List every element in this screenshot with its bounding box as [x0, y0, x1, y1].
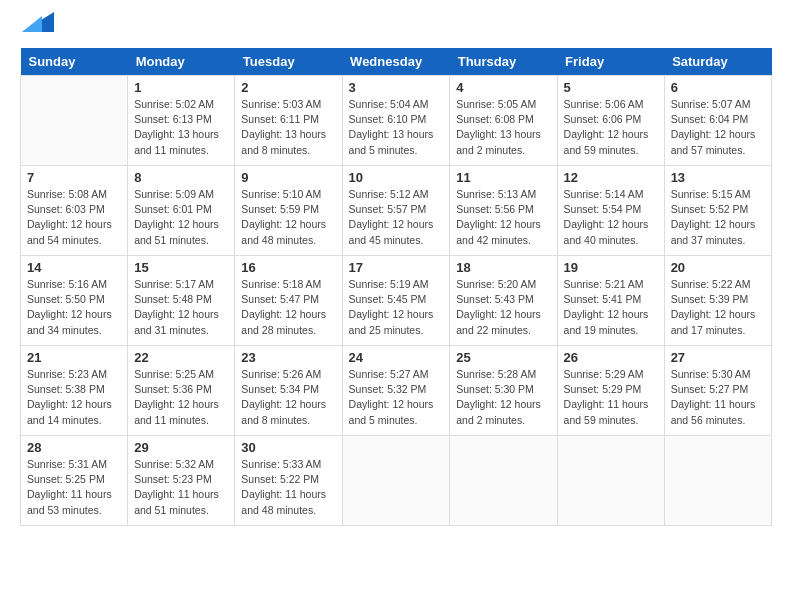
day-number: 21: [27, 350, 121, 365]
day-number: 2: [241, 80, 335, 95]
calendar-cell: 24Sunrise: 5:27 AM Sunset: 5:32 PM Dayli…: [342, 346, 450, 436]
calendar-cell: [21, 76, 128, 166]
day-of-week-header: Wednesday: [342, 48, 450, 76]
calendar-week-row: 7Sunrise: 5:08 AM Sunset: 6:03 PM Daylig…: [21, 166, 772, 256]
calendar-cell: 18Sunrise: 5:20 AM Sunset: 5:43 PM Dayli…: [450, 256, 557, 346]
day-info: Sunrise: 5:14 AM Sunset: 5:54 PM Dayligh…: [564, 187, 658, 248]
day-number: 3: [349, 80, 444, 95]
day-info: Sunrise: 5:08 AM Sunset: 6:03 PM Dayligh…: [27, 187, 121, 248]
day-number: 26: [564, 350, 658, 365]
calendar-cell: 23Sunrise: 5:26 AM Sunset: 5:34 PM Dayli…: [235, 346, 342, 436]
day-of-week-header: Thursday: [450, 48, 557, 76]
day-number: 27: [671, 350, 765, 365]
day-number: 9: [241, 170, 335, 185]
day-of-week-header: Sunday: [21, 48, 128, 76]
day-number: 18: [456, 260, 550, 275]
calendar-week-row: 1Sunrise: 5:02 AM Sunset: 6:13 PM Daylig…: [21, 76, 772, 166]
calendar-cell: 21Sunrise: 5:23 AM Sunset: 5:38 PM Dayli…: [21, 346, 128, 436]
day-number: 15: [134, 260, 228, 275]
calendar-cell: 30Sunrise: 5:33 AM Sunset: 5:22 PM Dayli…: [235, 436, 342, 526]
day-info: Sunrise: 5:17 AM Sunset: 5:48 PM Dayligh…: [134, 277, 228, 338]
day-number: 14: [27, 260, 121, 275]
day-number: 6: [671, 80, 765, 95]
calendar-cell: 5Sunrise: 5:06 AM Sunset: 6:06 PM Daylig…: [557, 76, 664, 166]
day-info: Sunrise: 5:26 AM Sunset: 5:34 PM Dayligh…: [241, 367, 335, 428]
day-info: Sunrise: 5:19 AM Sunset: 5:45 PM Dayligh…: [349, 277, 444, 338]
day-of-week-header: Saturday: [664, 48, 771, 76]
calendar-cell: 10Sunrise: 5:12 AM Sunset: 5:57 PM Dayli…: [342, 166, 450, 256]
calendar-header-row: SundayMondayTuesdayWednesdayThursdayFrid…: [21, 48, 772, 76]
calendar-cell: 8Sunrise: 5:09 AM Sunset: 6:01 PM Daylig…: [128, 166, 235, 256]
calendar-cell: 26Sunrise: 5:29 AM Sunset: 5:29 PM Dayli…: [557, 346, 664, 436]
calendar-cell: 29Sunrise: 5:32 AM Sunset: 5:23 PM Dayli…: [128, 436, 235, 526]
calendar-week-row: 28Sunrise: 5:31 AM Sunset: 5:25 PM Dayli…: [21, 436, 772, 526]
calendar-table: SundayMondayTuesdayWednesdayThursdayFrid…: [20, 48, 772, 526]
day-number: 30: [241, 440, 335, 455]
calendar-cell: 25Sunrise: 5:28 AM Sunset: 5:30 PM Dayli…: [450, 346, 557, 436]
day-info: Sunrise: 5:07 AM Sunset: 6:04 PM Dayligh…: [671, 97, 765, 158]
day-number: 23: [241, 350, 335, 365]
calendar-cell: 11Sunrise: 5:13 AM Sunset: 5:56 PM Dayli…: [450, 166, 557, 256]
day-number: 17: [349, 260, 444, 275]
day-number: 5: [564, 80, 658, 95]
calendar-cell: 27Sunrise: 5:30 AM Sunset: 5:27 PM Dayli…: [664, 346, 771, 436]
svg-marker-1: [22, 16, 42, 32]
logo: [20, 20, 54, 32]
day-info: Sunrise: 5:27 AM Sunset: 5:32 PM Dayligh…: [349, 367, 444, 428]
calendar-week-row: 21Sunrise: 5:23 AM Sunset: 5:38 PM Dayli…: [21, 346, 772, 436]
day-info: Sunrise: 5:10 AM Sunset: 5:59 PM Dayligh…: [241, 187, 335, 248]
day-info: Sunrise: 5:22 AM Sunset: 5:39 PM Dayligh…: [671, 277, 765, 338]
day-number: 7: [27, 170, 121, 185]
calendar-cell: [342, 436, 450, 526]
day-info: Sunrise: 5:06 AM Sunset: 6:06 PM Dayligh…: [564, 97, 658, 158]
calendar-cell: 1Sunrise: 5:02 AM Sunset: 6:13 PM Daylig…: [128, 76, 235, 166]
day-number: 12: [564, 170, 658, 185]
day-number: 11: [456, 170, 550, 185]
calendar-cell: [557, 436, 664, 526]
day-info: Sunrise: 5:04 AM Sunset: 6:10 PM Dayligh…: [349, 97, 444, 158]
calendar-cell: [450, 436, 557, 526]
day-info: Sunrise: 5:13 AM Sunset: 5:56 PM Dayligh…: [456, 187, 550, 248]
calendar-cell: 2Sunrise: 5:03 AM Sunset: 6:11 PM Daylig…: [235, 76, 342, 166]
day-info: Sunrise: 5:15 AM Sunset: 5:52 PM Dayligh…: [671, 187, 765, 248]
page-header: [20, 20, 772, 32]
day-info: Sunrise: 5:30 AM Sunset: 5:27 PM Dayligh…: [671, 367, 765, 428]
calendar-cell: 14Sunrise: 5:16 AM Sunset: 5:50 PM Dayli…: [21, 256, 128, 346]
calendar-cell: 19Sunrise: 5:21 AM Sunset: 5:41 PM Dayli…: [557, 256, 664, 346]
calendar-week-row: 14Sunrise: 5:16 AM Sunset: 5:50 PM Dayli…: [21, 256, 772, 346]
calendar-cell: 3Sunrise: 5:04 AM Sunset: 6:10 PM Daylig…: [342, 76, 450, 166]
calendar-cell: 22Sunrise: 5:25 AM Sunset: 5:36 PM Dayli…: [128, 346, 235, 436]
day-number: 16: [241, 260, 335, 275]
day-number: 20: [671, 260, 765, 275]
day-number: 10: [349, 170, 444, 185]
day-info: Sunrise: 5:25 AM Sunset: 5:36 PM Dayligh…: [134, 367, 228, 428]
calendar-cell: 7Sunrise: 5:08 AM Sunset: 6:03 PM Daylig…: [21, 166, 128, 256]
day-info: Sunrise: 5:05 AM Sunset: 6:08 PM Dayligh…: [456, 97, 550, 158]
day-info: Sunrise: 5:31 AM Sunset: 5:25 PM Dayligh…: [27, 457, 121, 518]
calendar-cell: 16Sunrise: 5:18 AM Sunset: 5:47 PM Dayli…: [235, 256, 342, 346]
day-info: Sunrise: 5:21 AM Sunset: 5:41 PM Dayligh…: [564, 277, 658, 338]
calendar-cell: 6Sunrise: 5:07 AM Sunset: 6:04 PM Daylig…: [664, 76, 771, 166]
day-info: Sunrise: 5:02 AM Sunset: 6:13 PM Dayligh…: [134, 97, 228, 158]
day-number: 24: [349, 350, 444, 365]
day-number: 22: [134, 350, 228, 365]
calendar-cell: 17Sunrise: 5:19 AM Sunset: 5:45 PM Dayli…: [342, 256, 450, 346]
day-info: Sunrise: 5:18 AM Sunset: 5:47 PM Dayligh…: [241, 277, 335, 338]
calendar-cell: 28Sunrise: 5:31 AM Sunset: 5:25 PM Dayli…: [21, 436, 128, 526]
day-number: 28: [27, 440, 121, 455]
day-number: 19: [564, 260, 658, 275]
day-info: Sunrise: 5:23 AM Sunset: 5:38 PM Dayligh…: [27, 367, 121, 428]
day-info: Sunrise: 5:16 AM Sunset: 5:50 PM Dayligh…: [27, 277, 121, 338]
day-info: Sunrise: 5:32 AM Sunset: 5:23 PM Dayligh…: [134, 457, 228, 518]
day-info: Sunrise: 5:28 AM Sunset: 5:30 PM Dayligh…: [456, 367, 550, 428]
day-info: Sunrise: 5:20 AM Sunset: 5:43 PM Dayligh…: [456, 277, 550, 338]
day-number: 29: [134, 440, 228, 455]
day-number: 13: [671, 170, 765, 185]
day-info: Sunrise: 5:33 AM Sunset: 5:22 PM Dayligh…: [241, 457, 335, 518]
day-number: 1: [134, 80, 228, 95]
day-info: Sunrise: 5:12 AM Sunset: 5:57 PM Dayligh…: [349, 187, 444, 248]
calendar-cell: 13Sunrise: 5:15 AM Sunset: 5:52 PM Dayli…: [664, 166, 771, 256]
calendar-cell: 20Sunrise: 5:22 AM Sunset: 5:39 PM Dayli…: [664, 256, 771, 346]
logo-icon: [22, 12, 54, 32]
calendar-cell: 4Sunrise: 5:05 AM Sunset: 6:08 PM Daylig…: [450, 76, 557, 166]
